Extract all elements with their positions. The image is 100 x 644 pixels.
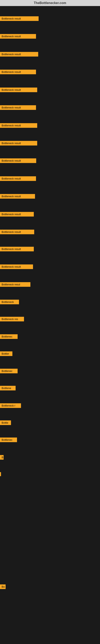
bottleneck-item: Bottleneck result: [0, 176, 36, 181]
bottleneck-item: Bottlenec: [0, 438, 17, 442]
bottleneck-item: Bottleneck result: [0, 70, 36, 74]
bottleneck-item: Bottleneck r: [0, 403, 21, 408]
bottleneck-item: Bo: [0, 584, 6, 589]
bottleneck-item: Bottleneck result: [0, 34, 36, 39]
site-title: TheBottlenecker.com: [0, 0, 100, 6]
title-text: TheBottlenecker.com: [34, 1, 66, 5]
bottleneck-item: Bottleneck: [0, 300, 19, 304]
bottleneck-item: Bottleneck result: [0, 123, 37, 128]
bottleneck-item: Bottleneck resul: [0, 282, 30, 287]
bottleneck-item: Bottler: [0, 352, 12, 356]
bottleneck-item: Bottleneck res: [0, 317, 24, 322]
bottleneck-item: Bottleneck result: [0, 264, 33, 269]
bottleneck-item: Bottleneck result: [0, 52, 38, 56]
bottleneck-item: Bottleneck result: [0, 158, 36, 163]
bottleneck-item: Bottle: [0, 420, 11, 425]
bottleneck-item: Bottleneck result: [0, 105, 36, 110]
bottleneck-item: Bottleneck result: [0, 247, 34, 251]
bottleneck-item: Bottleneck result: [0, 16, 39, 21]
bottleneck-item: Bottlenec: [0, 334, 18, 339]
bottleneck-item: Bottleneck result: [0, 230, 34, 234]
bottleneck-item: [0, 472, 1, 476]
bottleneck-item: Bottleneck result: [0, 194, 35, 199]
bottleneck-item: Bottleneck result: [0, 88, 37, 92]
bottleneck-item: Bottleneck result: [0, 141, 37, 146]
bottleneck-item: B: [0, 455, 3, 460]
bottleneck-item: Bottleneck result: [0, 212, 34, 216]
bottleneck-item: Bottlenec: [0, 369, 18, 373]
bottleneck-item: Bottlene: [0, 386, 16, 390]
